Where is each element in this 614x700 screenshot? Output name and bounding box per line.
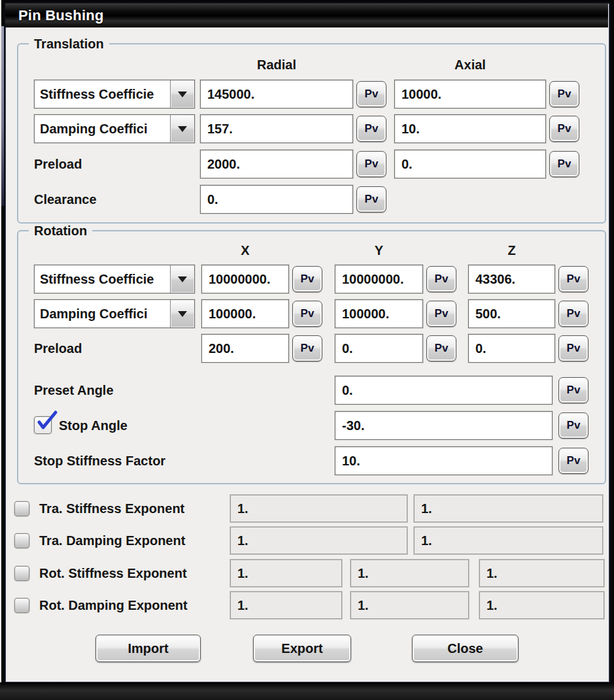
rotation-preload-x-input[interactable] — [201, 334, 289, 363]
translation-clearance-radial-input[interactable] — [200, 185, 353, 214]
tra-stiffness-exponent-checkbox[interactable] — [14, 501, 29, 516]
stop-angle-label: Stop Angle — [59, 411, 128, 440]
rotation-stiffness-x-pv-button[interactable]: Pv — [292, 266, 322, 292]
translation-stiffness-axial-pv-button[interactable]: Pv — [549, 81, 579, 107]
stop-stiffness-factor-label: Stop Stiffness Factor — [34, 446, 165, 475]
translation-preload-label: Preload — [34, 150, 82, 178]
import-button[interactable]: Import — [95, 635, 201, 662]
column-header-x: X — [201, 243, 289, 258]
rotation-stiffness-combo-value: Stiffness Coefficie — [35, 265, 170, 293]
close-button[interactable]: Close — [412, 635, 519, 662]
column-header-z: Z — [468, 243, 555, 258]
rotation-damping-z-input[interactable] — [468, 299, 555, 328]
preset-angle-pv-button[interactable]: Pv — [558, 377, 588, 403]
chevron-down-icon[interactable] — [170, 300, 194, 327]
stop-stiffness-factor-pv-button[interactable]: Pv — [558, 448, 588, 474]
rot-stiffness-exponent-checkbox[interactable] — [14, 566, 29, 581]
translation-stiffness-radial-input[interactable] — [200, 80, 353, 108]
rotation-stiffness-y-input[interactable] — [335, 265, 423, 293]
translation-clearance-radial-pv-button[interactable]: Pv — [356, 186, 386, 212]
translation-damping-combo[interactable]: Damping Coeffici — [34, 114, 195, 143]
translation-preload-axial-input[interactable] — [394, 150, 546, 178]
translation-group-title: Translation — [29, 37, 109, 51]
rotation-preload-y-input[interactable] — [335, 334, 423, 363]
dropdown-triangle-icon — [178, 276, 187, 282]
column-header-axial: Axial — [394, 58, 546, 73]
tra-stiffness-exponent-input-1 — [230, 495, 407, 522]
rotation-preload-y-pv-button[interactable]: Pv — [426, 335, 456, 361]
rotation-stiffness-z-pv-button[interactable]: Pv — [558, 266, 588, 292]
rotation-damping-x-input[interactable] — [201, 299, 289, 328]
rot-damping-exponent-input-3 — [479, 592, 604, 619]
preset-angle-input[interactable] — [335, 376, 553, 405]
translation-stiffness-axial-input[interactable] — [394, 80, 546, 108]
rot-damping-exponent-label: Rot. Damping Exponent — [39, 592, 188, 619]
rotation-stiffness-combo[interactable]: Stiffness Coefficie — [34, 265, 195, 293]
stop-angle-input[interactable] — [335, 411, 553, 440]
translation-preload-radial-pv-button[interactable]: Pv — [356, 151, 386, 177]
tra-damping-exponent-checkbox[interactable] — [14, 533, 29, 548]
tra-damping-exponent-input-2 — [414, 527, 603, 554]
chevron-down-icon[interactable] — [170, 115, 194, 142]
rot-damping-exponent-input-2 — [350, 592, 469, 619]
translation-damping-radial-input[interactable] — [200, 114, 353, 143]
rotation-damping-y-pv-button[interactable]: Pv — [426, 301, 456, 327]
rotation-stiffness-z-input[interactable] — [468, 265, 555, 293]
chevron-down-icon[interactable] — [170, 80, 194, 108]
column-header-y: Y — [335, 243, 423, 258]
rotation-damping-combo-value: Damping Coeffici — [35, 300, 170, 327]
column-header-radial: Radial — [200, 58, 353, 73]
title-bar[interactable]: Pin Bushing — [5, 3, 608, 27]
translation-stiffness-combo-value: Stiffness Coefficie — [35, 80, 170, 108]
translation-preload-axial-pv-button[interactable]: Pv — [549, 151, 579, 177]
rot-stiffness-exponent-input-1 — [230, 559, 342, 587]
rot-stiffness-exponent-input-2 — [350, 559, 469, 587]
rot-damping-exponent-input-1 — [230, 592, 342, 619]
screen: Pin Bushing Translation Radial Axial Sti… — [0, 0, 614, 700]
stop-angle-pv-button[interactable]: Pv — [558, 412, 588, 439]
rotation-stiffness-y-pv-button[interactable]: Pv — [426, 266, 456, 292]
rotation-preload-z-input[interactable] — [468, 334, 555, 363]
tra-damping-exponent-input-1 — [230, 527, 407, 554]
stop-angle-checkbox[interactable] — [34, 416, 52, 434]
window-bottom-border — [0, 682, 614, 700]
translation-damping-radial-pv-button[interactable]: Pv — [356, 116, 386, 142]
rotation-damping-x-pv-button[interactable]: Pv — [292, 301, 322, 327]
tra-damping-exponent-label: Tra. Damping Exponent — [39, 527, 185, 554]
rotation-damping-combo[interactable]: Damping Coeffici — [34, 299, 195, 328]
rotation-damping-z-pv-button[interactable]: Pv — [558, 301, 588, 327]
dropdown-triangle-icon — [178, 92, 187, 97]
export-button[interactable]: Export — [253, 635, 351, 662]
rot-stiffness-exponent-input-3 — [479, 559, 604, 587]
rotation-group-title: Rotation — [29, 224, 92, 238]
rotation-preload-label: Preload — [34, 334, 82, 363]
translation-stiffness-radial-pv-button[interactable]: Pv — [356, 81, 386, 107]
rot-damping-exponent-checkbox[interactable] — [14, 598, 29, 613]
dropdown-triangle-icon — [178, 126, 187, 132]
dropdown-triangle-icon — [178, 311, 187, 317]
translation-damping-axial-pv-button[interactable]: Pv — [549, 116, 579, 142]
checkmark-icon — [35, 412, 58, 434]
translation-clearance-label: Clearance — [34, 185, 97, 214]
rotation-preload-x-pv-button[interactable]: Pv — [292, 335, 322, 361]
tra-stiffness-exponent-input-2 — [414, 495, 603, 522]
translation-damping-combo-value: Damping Coeffici — [35, 115, 170, 142]
rotation-stiffness-x-input[interactable] — [201, 265, 289, 293]
stop-stiffness-factor-input[interactable] — [335, 446, 553, 475]
translation-stiffness-combo[interactable]: Stiffness Coefficie — [34, 80, 195, 108]
window-title: Pin Bushing — [5, 7, 104, 24]
chevron-down-icon[interactable] — [170, 265, 194, 293]
rotation-damping-y-input[interactable] — [335, 299, 423, 328]
translation-preload-radial-input[interactable] — [200, 150, 353, 178]
tra-stiffness-exponent-label: Tra. Stiffness Exponent — [39, 495, 184, 522]
rot-stiffness-exponent-label: Rot. Stiffness Exponent — [39, 559, 187, 587]
preset-angle-label: Preset Angle — [34, 376, 114, 405]
translation-damping-axial-input[interactable] — [394, 114, 546, 143]
rotation-preload-z-pv-button[interactable]: Pv — [558, 335, 588, 361]
